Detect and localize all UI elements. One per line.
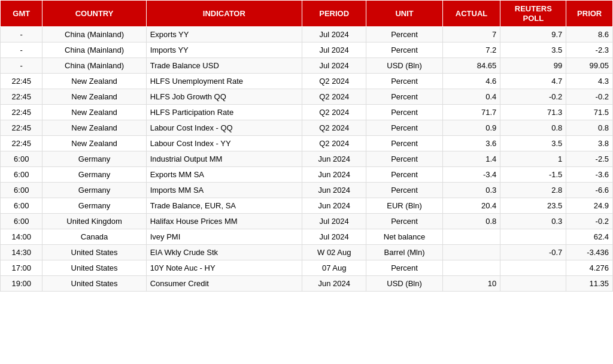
cell-indicator: HLFS Job Growth QQ xyxy=(146,89,302,105)
table-row: 19:00United StatesConsumer CreditJun 202… xyxy=(1,276,613,292)
cell-actual: 7 xyxy=(442,27,500,43)
cell-actual: 0.3 xyxy=(442,183,500,198)
cell-unit: Percent xyxy=(366,136,442,151)
cell-unit: Percent xyxy=(366,43,442,58)
cell-country: Germany xyxy=(43,167,146,183)
cell-unit: Percent xyxy=(366,27,442,43)
cell-gmt: - xyxy=(1,43,43,58)
cell-period: Jul 2024 xyxy=(302,27,366,43)
table-row: 17:00United States10Y Note Auc - HY07 Au… xyxy=(1,260,613,276)
cell-reuters: 4.7 xyxy=(500,74,566,89)
cell-prior: -0.2 xyxy=(566,89,613,105)
cell-country: New Zealand xyxy=(43,74,146,89)
cell-unit: Percent xyxy=(366,214,442,229)
cell-unit: Percent xyxy=(366,120,442,136)
cell-prior: -3.436 xyxy=(566,245,613,260)
cell-country: Germany xyxy=(43,198,146,214)
cell-period: 07 Aug xyxy=(302,260,366,276)
cell-gmt: 6:00 xyxy=(1,183,43,198)
cell-prior: -2.3 xyxy=(566,43,613,58)
cell-indicator: Trade Balance, EUR, SA xyxy=(146,198,302,214)
cell-unit: EUR (Bln) xyxy=(366,198,442,214)
cell-prior: -6.6 xyxy=(566,183,613,198)
cell-country: China (Mainland) xyxy=(43,27,146,43)
cell-unit: Percent xyxy=(366,89,442,105)
cell-period: Jul 2024 xyxy=(302,43,366,58)
cell-country: New Zealand xyxy=(43,105,146,120)
cell-indicator: HLFS Participation Rate xyxy=(146,105,302,120)
table-row: 6:00United KingdomHalifax House Prices M… xyxy=(1,214,613,229)
cell-indicator: 10Y Note Auc - HY xyxy=(146,260,302,276)
cell-reuters: 3.5 xyxy=(500,43,566,58)
cell-prior: 71.5 xyxy=(566,105,613,120)
cell-period: Q2 2024 xyxy=(302,74,366,89)
cell-period: Q2 2024 xyxy=(302,136,366,151)
cell-period: Q2 2024 xyxy=(302,89,366,105)
table-row: 6:00GermanyExports MM SAJun 2024Percent-… xyxy=(1,167,613,183)
cell-indicator: Imports YY xyxy=(146,43,302,58)
cell-country: United States xyxy=(43,260,146,276)
cell-actual: 71.7 xyxy=(442,105,500,120)
header-country: COUNTRY xyxy=(43,1,146,27)
cell-prior: 8.6 xyxy=(566,27,613,43)
cell-indicator: Industrial Output MM xyxy=(146,151,302,167)
cell-prior: 0.8 xyxy=(566,120,613,136)
cell-country: United States xyxy=(43,276,146,292)
cell-indicator: Halifax House Prices MM xyxy=(146,214,302,229)
cell-prior: 4.3 xyxy=(566,74,613,89)
cell-indicator: Labour Cost Index - YY xyxy=(146,136,302,151)
cell-country: China (Mainland) xyxy=(43,58,146,74)
cell-gmt: 22:45 xyxy=(1,105,43,120)
cell-country: Canada xyxy=(43,229,146,245)
cell-reuters: 0.8 xyxy=(500,120,566,136)
cell-indicator: EIA Wkly Crude Stk xyxy=(146,245,302,260)
cell-gmt: 14:30 xyxy=(1,245,43,260)
cell-reuters: -1.5 xyxy=(500,167,566,183)
header-indicator: INDICATOR xyxy=(146,1,302,27)
table-row: 22:45New ZealandHLFS Participation RateQ… xyxy=(1,105,613,120)
cell-unit: Percent xyxy=(366,74,442,89)
cell-gmt: 22:45 xyxy=(1,136,43,151)
table-row: 22:45New ZealandHLFS Unemployment RateQ2… xyxy=(1,74,613,89)
cell-reuters: 1 xyxy=(500,151,566,167)
table-row: 22:45New ZealandHLFS Job Growth QQQ2 202… xyxy=(1,89,613,105)
cell-period: Q2 2024 xyxy=(302,120,366,136)
table-row: 22:45New ZealandLabour Cost Index - YYQ2… xyxy=(1,136,613,151)
cell-gmt: 22:45 xyxy=(1,89,43,105)
cell-actual: -3.4 xyxy=(442,167,500,183)
cell-prior: 11.35 xyxy=(566,276,613,292)
cell-indicator: Labour Cost Index - QQ xyxy=(146,120,302,136)
cell-actual xyxy=(442,260,500,276)
cell-actual: 1.4 xyxy=(442,151,500,167)
cell-prior: 62.4 xyxy=(566,229,613,245)
cell-actual: 10 xyxy=(442,276,500,292)
cell-indicator: Ivey PMI xyxy=(146,229,302,245)
cell-country: New Zealand xyxy=(43,89,146,105)
cell-period: W 02 Aug xyxy=(302,245,366,260)
cell-country: New Zealand xyxy=(43,136,146,151)
cell-reuters xyxy=(500,229,566,245)
cell-reuters: 99 xyxy=(500,58,566,74)
cell-period: Q2 2024 xyxy=(302,105,366,120)
cell-actual: 84.65 xyxy=(442,58,500,74)
cell-prior: 3.8 xyxy=(566,136,613,151)
cell-indicator: Consumer Credit xyxy=(146,276,302,292)
cell-period: Jun 2024 xyxy=(302,198,366,214)
cell-actual xyxy=(442,229,500,245)
cell-gmt: - xyxy=(1,58,43,74)
cell-unit: Percent xyxy=(366,167,442,183)
cell-gmt: 6:00 xyxy=(1,214,43,229)
cell-country: Germany xyxy=(43,183,146,198)
table-row: -China (Mainland)Exports YYJul 2024Perce… xyxy=(1,27,613,43)
cell-gmt: 22:45 xyxy=(1,74,43,89)
cell-gmt: 6:00 xyxy=(1,167,43,183)
cell-prior: 4.276 xyxy=(566,260,613,276)
table-row: 6:00GermanyImports MM SAJun 2024Percent0… xyxy=(1,183,613,198)
cell-reuters xyxy=(500,276,566,292)
cell-gmt: - xyxy=(1,27,43,43)
cell-gmt: 19:00 xyxy=(1,276,43,292)
economic-indicators-table: GMT COUNTRY INDICATOR PERIOD UNIT ACTUAL… xyxy=(0,0,613,292)
cell-unit: USD (Bln) xyxy=(366,276,442,292)
cell-indicator: HLFS Unemployment Rate xyxy=(146,74,302,89)
cell-indicator: Exports YY xyxy=(146,27,302,43)
